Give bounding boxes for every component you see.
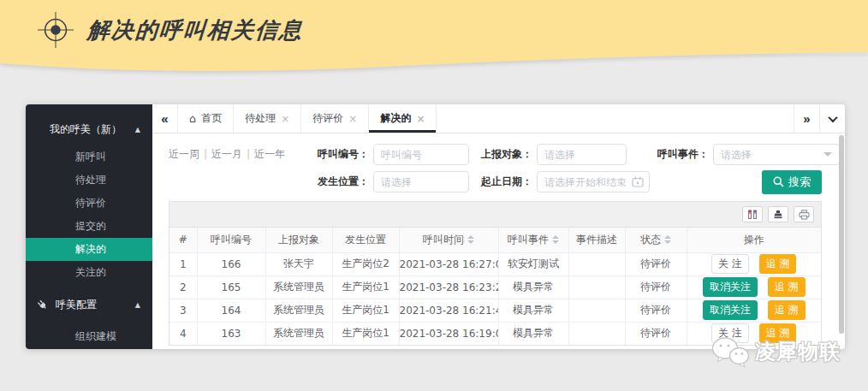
- cell-location: 生产岗位2: [332, 252, 399, 275]
- vertical-scrollbar[interactable]: [839, 135, 844, 334]
- plug-icon: [36, 299, 48, 311]
- tab-home[interactable]: ⌂ 首页: [178, 104, 234, 133]
- table-row: 2 165 系统管理员 生产岗位1 2021-03-28 16:23:28 模具…: [169, 275, 821, 299]
- tab-to-review[interactable]: 待评价 ×: [301, 104, 369, 133]
- column-header-call-no: 呼叫编号: [197, 228, 265, 252]
- column-header-call-event[interactable]: 呼叫事件: [498, 228, 568, 252]
- sort-icon: [467, 235, 474, 244]
- close-icon[interactable]: ×: [348, 113, 357, 125]
- close-icon[interactable]: ×: [416, 113, 425, 125]
- sidebar-item-resolved[interactable]: 解决的: [26, 238, 152, 261]
- close-icon[interactable]: ×: [281, 113, 289, 125]
- column-settings-button[interactable]: [742, 206, 763, 222]
- trace-button[interactable]: 追 溯: [768, 277, 806, 297]
- call-event-input[interactable]: [713, 144, 840, 165]
- cell-description: [568, 275, 625, 299]
- cell-actions: 关 注 追 溯: [687, 252, 821, 275]
- sidebar-group-my-call[interactable]: 我的呼美（新） ▲: [26, 113, 152, 145]
- trace-button[interactable]: 追 溯: [759, 254, 797, 274]
- cell-index: 3: [169, 299, 197, 322]
- column-header-reporter: 上报对象: [265, 228, 332, 252]
- cell-location: 生产岗位1: [332, 275, 399, 299]
- wechat-icon: [710, 335, 750, 368]
- content: « ⌂ 首页 待处理 × 待评价 × 解决的 × »: [152, 104, 845, 349]
- cell-index: 4: [169, 322, 197, 345]
- quick-link-month[interactable]: 近一月: [211, 148, 242, 160]
- app-window: 我的呼美（新） ▲ 新呼叫 待处理 待评价 提交的 解决的 关注的 呼美配置: [26, 104, 845, 349]
- collapse-tabs-button[interactable]: «: [152, 104, 178, 133]
- search-button[interactable]: 搜索: [762, 170, 822, 194]
- print-icon: [799, 210, 810, 220]
- tab-pending[interactable]: 待处理 ×: [234, 104, 301, 133]
- cell-reporter: 系统管理员: [265, 322, 332, 345]
- call-no-input[interactable]: [373, 144, 469, 165]
- date-range-picker[interactable]: [537, 171, 650, 193]
- quick-link-week[interactable]: 近一周: [169, 148, 199, 160]
- date-range-input[interactable]: [537, 171, 650, 193]
- page-title: 解决的呼叫相关信息: [86, 15, 304, 45]
- quick-link-year[interactable]: 近一年: [254, 148, 285, 160]
- expand-tabs-button[interactable]: »: [794, 104, 819, 133]
- tab-label: 待处理: [245, 111, 276, 126]
- location-label: 发生位置：: [306, 175, 369, 189]
- sidebar: 我的呼美（新） ▲ 新呼叫 待处理 待评价 提交的 解决的 关注的 呼美配置: [26, 104, 152, 349]
- sidebar-item-to-review[interactable]: 待评价: [26, 192, 152, 215]
- calls-table: # 呼叫编号 上报对象 发生位置 呼叫时间 呼叫事件 事件描述 状态 操作: [169, 228, 821, 345]
- column-header-index: #: [169, 228, 197, 252]
- cell-event: 模具异常: [498, 322, 568, 345]
- cell-event: 软安灯测试: [498, 252, 568, 275]
- unfollow-button[interactable]: 取消关注: [703, 300, 758, 320]
- print-button[interactable]: [794, 206, 814, 222]
- cell-description: [568, 322, 625, 345]
- call-event-select[interactable]: [713, 144, 840, 165]
- columns-icon: [747, 210, 758, 219]
- sort-icon: [552, 235, 559, 244]
- cell-index: 2: [169, 275, 197, 299]
- sidebar-item-org-modeling[interactable]: 组织建模: [26, 325, 152, 348]
- table-header-row: # 呼叫编号 上报对象 发生位置 呼叫时间 呼叫事件 事件描述 状态 操作: [169, 228, 821, 252]
- sort-icon: [664, 235, 671, 244]
- trace-button[interactable]: 追 溯: [768, 300, 806, 320]
- unfollow-button[interactable]: 取消关注: [703, 277, 758, 297]
- column-header-status[interactable]: 状态: [625, 228, 687, 252]
- column-header-location: 发生位置: [332, 228, 399, 252]
- caret-up-icon: ▲: [135, 301, 140, 309]
- cell-reporter: 系统管理员: [265, 299, 332, 322]
- table-row: 1 166 张天宇 生产岗位2 2021-03-28 16:27:07 软安灯测…: [169, 252, 821, 275]
- cell-call-no: 163: [197, 322, 265, 345]
- sidebar-group-label: 我的呼美（新）: [50, 122, 132, 137]
- banner: 解决的呼叫相关信息: [0, 0, 868, 50]
- cell-description: [568, 299, 625, 322]
- sidebar-item-submitted[interactable]: 提交的: [26, 215, 152, 238]
- sidebar-item-pending[interactable]: 待处理: [26, 169, 152, 192]
- sidebar-item-new-call[interactable]: 新呼叫: [26, 145, 152, 169]
- separator: |: [204, 148, 207, 160]
- column-header-actions: 操作: [687, 228, 821, 252]
- location-input[interactable]: [373, 171, 469, 193]
- export-button[interactable]: [768, 206, 788, 222]
- watermark-text: 凌犀物联: [755, 338, 841, 365]
- cell-call-no: 166: [197, 252, 265, 275]
- tab-label: 解决的: [380, 111, 411, 126]
- column-header-call-time[interactable]: 呼叫时间: [399, 228, 498, 252]
- crosshair-target-icon: [38, 12, 74, 48]
- tabbar: « ⌂ 首页 待处理 × 待评价 × 解决的 × »: [152, 104, 845, 133]
- cell-reporter: 张天宇: [265, 252, 332, 275]
- cell-actions: 取消关注 追 溯: [687, 299, 821, 322]
- sidebar-item-followed[interactable]: 关注的: [26, 261, 152, 284]
- chevron-down-icon: [828, 112, 837, 121]
- banner-wave: [0, 50, 868, 77]
- export-icon: [773, 210, 783, 219]
- follow-button[interactable]: 关 注: [711, 254, 749, 274]
- sidebar-group-config[interactable]: 呼美配置 ▲: [26, 284, 152, 325]
- table-panel: # 呼叫编号 上报对象 发生位置 呼叫时间 呼叫事件 事件描述 状态 操作: [169, 201, 822, 346]
- search-icon: [773, 176, 784, 187]
- watermark: 凌犀物联: [710, 335, 841, 368]
- report-target-input[interactable]: [537, 144, 627, 165]
- tab-menu-button[interactable]: [819, 104, 845, 133]
- call-event-label: 呼叫事件：: [645, 147, 709, 162]
- cell-status: 待评价: [625, 299, 687, 322]
- cell-time: 2021-03-28 16:23:28: [399, 275, 498, 299]
- column-header-description: 事件描述: [568, 228, 625, 252]
- tab-resolved[interactable]: 解决的 ×: [369, 104, 437, 133]
